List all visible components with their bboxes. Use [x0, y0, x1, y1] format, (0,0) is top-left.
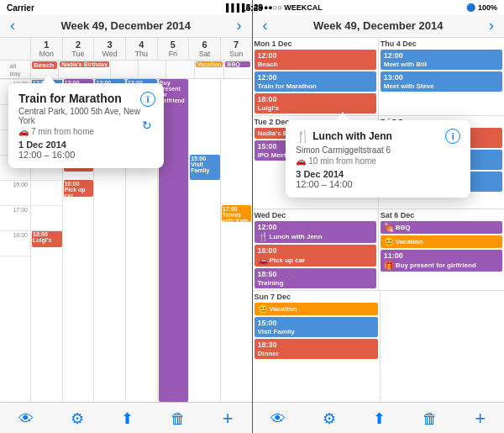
right-event-dinner[interactable]: 18:30 Dinner — [255, 339, 378, 359]
day-header-thu: 4 Thu — [125, 38, 157, 60]
popup-arrow-up — [336, 112, 349, 120]
right-phone: ●●●○○ WEEKCAL 14:29 🔵 100% ‹ Week 49, De… — [252, 0, 505, 433]
allday-event-birthday[interactable]: Nadia's Birthday — [60, 61, 109, 67]
day-header-mon: 1 Mon — [30, 38, 62, 60]
right-plus-icon[interactable]: + — [466, 408, 494, 430]
day-header-sat: 6 Sat — [188, 38, 220, 60]
right-event-train[interactable]: 12:00 Train for Marathon — [255, 71, 376, 92]
right-content: Mon 1 Dec 12:00 Beach 12:00 Train for Ma… — [253, 38, 505, 402]
fork-icon-wed: 🍴 — [258, 232, 268, 241]
next-week-button[interactable]: › — [233, 17, 244, 34]
vacation-icon-sat: 😊 — [384, 237, 394, 246]
right-row-3: Wed Dec 12:00 🍴 Lunch with Jenn 16:00 🚗 … — [253, 209, 505, 291]
refresh-icon: ↻ — [142, 119, 152, 132]
right-battery-area: 🔵 100% — [466, 3, 497, 12]
eye-icon[interactable]: 👁 — [10, 410, 42, 428]
week-title: Week 49, December 2014 — [61, 19, 191, 32]
popup-lunch-location: Simon Carmiggeltstraat 6 — [296, 145, 460, 155]
allday-event-beach[interactable]: Beach — [32, 61, 57, 69]
right-row-2: Tue 2 Dec Nadia's Birthday 15:00 IPO Mee… — [253, 116, 505, 209]
right-col-sun: Sun 7 Dec 😊 Vacation 15:00 Visit Family … — [253, 291, 381, 402]
fork-icon: 🍴 — [296, 129, 310, 143]
right-event-lunch-wed[interactable]: 12:00 🍴 Lunch with Jenn — [255, 221, 376, 243]
gift-icon: 🎁 — [384, 261, 394, 270]
time-col-spacer — [0, 38, 30, 60]
right-trash-icon[interactable]: 🗑 — [414, 410, 446, 428]
event-visitfam-sat[interactable]: 15:00 Visit Family — [190, 155, 220, 180]
right-event-vacation-sat[interactable]: 😊 Vacation — [381, 235, 502, 248]
right-row-4: Sun 7 Dec 😊 Vacation 15:00 Visit Family … — [253, 291, 505, 402]
plus-icon[interactable]: + — [214, 408, 242, 430]
popup-lunch-distance: 🚗 10 min from home — [296, 156, 460, 166]
right-event-meetsteve[interactable]: 13:00 Meet with Steve — [381, 71, 502, 92]
popup-lunch-date: 3 Dec 2014 — [296, 169, 460, 179]
right-toolbar: 👁 ⚙ ⬆ 🗑 + — [253, 402, 505, 433]
day-col-sat: 15:00 Visit Family — [188, 79, 220, 402]
popup-arrow — [42, 75, 55, 83]
right-event-pickupcar[interactable]: 16:00 🚗 Pick up car — [255, 245, 376, 267]
right-event-visitfam[interactable]: 15:00 Visit Family — [255, 317, 378, 337]
left-status-bar: Carrier 15:48 ▐▐▐▐ — [0, 0, 252, 15]
vacation-icon-sun: 😊 — [258, 304, 268, 314]
right-col-wed: Wed Dec 12:00 🍴 Lunch with Jenn 16:00 🚗 … — [253, 209, 379, 290]
car-icon: 🚗 — [258, 256, 268, 265]
allday-row: allday Beach Nadia's Birthday Vacation B… — [0, 61, 252, 79]
popup-lunch-title: Lunch with Jenn — [312, 130, 392, 142]
allday-wed — [110, 61, 138, 78]
right-col-mon: Mon 1 Dec 12:00 Beach 12:00 Train for Ma… — [253, 38, 379, 115]
right-sun-header: Sun 7 Dec — [255, 293, 378, 301]
day-headers: 1 Mon 2 Tue 3 Wed 4 Thu 5 Fri 6 Sat 7 Su… — [0, 38, 252, 61]
popup-date: 1 Dec 2014 — [18, 140, 154, 150]
allday-event-bbq[interactable]: BBQ — [225, 61, 250, 67]
popup-time: 12:00 – 16:00 — [18, 150, 154, 160]
allday-thu — [138, 61, 165, 78]
right-col-thu: Thu 4 Dec 12:00 Meet with Bill 13:00 Mee… — [379, 38, 504, 115]
right-event-training[interactable]: 18:50 Training — [255, 268, 376, 288]
info-button[interactable]: i — [140, 92, 155, 107]
right-sat-header: Sat 6 Dec — [381, 211, 502, 219]
right-event-buypresent[interactable]: 11:00 🎁 Buy present for girlfriend — [381, 250, 502, 272]
right-signal: ●●●○○ WEEKCAL — [260, 3, 323, 12]
lunch-jenn-popup: 🍴 Lunch with Jenn i Simon Carmiggeltstra… — [286, 120, 470, 198]
right-event-luigi[interactable]: 18:00 Luigi's — [255, 93, 376, 114]
left-carrier: Carrier — [7, 3, 34, 13]
bbq-icon: 🍖 — [384, 223, 394, 232]
right-eye-icon[interactable]: 👁 — [262, 410, 294, 428]
right-thu-header: Thu 4 Dec — [381, 40, 502, 48]
right-event-meetbill[interactable]: 12:00 Meet with Bill — [381, 50, 502, 70]
carrier-text: Carrier — [7, 3, 34, 13]
day-col-sun: 17:00 Tennis with Kate — [220, 79, 252, 402]
right-event-beach[interactable]: 12:00 Beach — [255, 50, 376, 70]
trash-icon[interactable]: 🗑 — [162, 410, 194, 428]
right-prev-button[interactable]: ‹ — [260, 17, 271, 34]
popup-location: Central Park, 1000 5th Ave, New York — [18, 107, 154, 125]
event-pick-tue[interactable]: 16:00 Pick up car — [64, 180, 94, 197]
right-wed-header: Wed Dec — [255, 211, 376, 219]
allday-label: allday — [0, 61, 30, 78]
allday-fri — [165, 61, 193, 78]
event-tennis-sun[interactable]: 17:00 Tennis with Kate — [222, 205, 252, 222]
right-status-bar: ●●●○○ WEEKCAL 14:29 🔵 100% — [253, 0, 505, 15]
gear-icon[interactable]: ⚙ — [62, 409, 92, 428]
popup-info-btn[interactable]: i — [445, 129, 460, 144]
popup-lunch-time: 12:00 – 14:00 — [296, 179, 460, 189]
share-icon[interactable]: ⬆ — [113, 409, 142, 428]
left-phone: Carrier 15:48 ▐▐▐▐ ‹ Week 49, December 2… — [0, 0, 252, 433]
right-row-1: Mon 1 Dec 12:00 Beach 12:00 Train for Ma… — [253, 38, 505, 116]
allday-event-vacation[interactable]: Vacation — [196, 61, 223, 67]
allday-tue: Nadia's Birthday — [58, 61, 110, 78]
allday-sun: BBQ — [223, 61, 251, 78]
right-empty-col — [381, 291, 504, 402]
right-gear-icon[interactable]: ⚙ — [314, 409, 344, 428]
right-cal-header: ‹ Week 49, December 2014 › — [253, 15, 505, 38]
right-mon-header: Mon 1 Dec — [255, 40, 376, 48]
prev-week-button[interactable]: ‹ — [7, 17, 18, 34]
right-event-vacation-sun[interactable]: 😊 Vacation — [255, 303, 378, 315]
day-header-fri: 5 Fri — [157, 38, 189, 60]
right-next-button[interactable]: › — [486, 17, 497, 34]
right-event-bbq[interactable]: 🍖 BBQ — [381, 221, 502, 234]
right-share-icon[interactable]: ⬆ — [365, 409, 394, 428]
day-header-wed: 3 Wed — [93, 38, 125, 60]
popup-title: Train for Marathon — [18, 92, 154, 105]
popup-header-row: 🍴 Lunch with Jenn i — [296, 129, 460, 144]
